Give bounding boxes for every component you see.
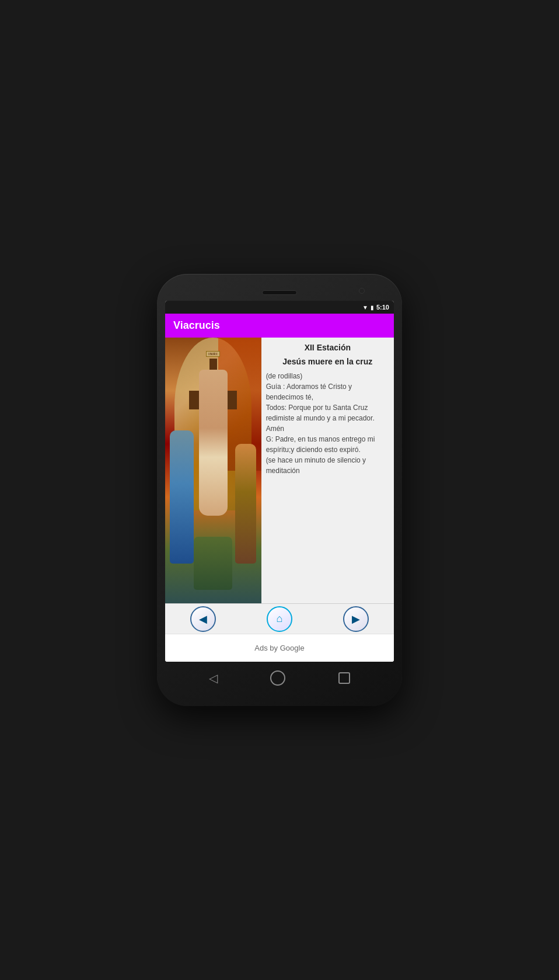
home-icon: ⌂ (277, 613, 283, 625)
phone-bottom-bar: ◁ (165, 662, 394, 694)
phone-back-button[interactable]: ◁ (209, 671, 218, 685)
station-number: XII Estación (266, 342, 389, 354)
app-title: Viacrucis (173, 319, 220, 332)
figure-bottom (194, 537, 232, 590)
forward-button[interactable]: ▶ (343, 606, 369, 632)
speaker-grill (262, 290, 297, 295)
text-panel: XII Estación Jesús muere en la cruz (de … (261, 338, 394, 603)
inri-sign: INRI (206, 351, 220, 357)
crucifixion-image: INRI (165, 338, 261, 603)
jesus-figure (199, 370, 228, 516)
status-time: 5:10 (376, 304, 389, 311)
battery-icon: ▮ (371, 304, 374, 311)
home-button[interactable]: ⌂ (267, 606, 292, 632)
phone-screen: ▼ ▮ 5:10 Viacrucis INRI (165, 301, 394, 662)
phone-home-button[interactable] (270, 670, 285, 686)
ads-bar: Ads by Google (165, 634, 394, 662)
image-panel: INRI (165, 338, 261, 603)
main-content: INRI XII Estación (165, 338, 394, 603)
ads-label: Ads by Google (254, 644, 304, 652)
navigation-bar: ◀ ⌂ ▶ (165, 603, 394, 634)
content-area: INRI XII Estación (165, 338, 394, 662)
back-icon: ◀ (199, 613, 207, 625)
front-camera (359, 288, 365, 294)
phone-top-bar (165, 284, 394, 301)
wifi-icon: ▼ (362, 304, 368, 311)
station-title: Jesús muere en la cruz (266, 356, 389, 368)
phone-recents-button[interactable] (338, 672, 350, 684)
status-bar: ▼ ▮ 5:10 (165, 301, 394, 314)
forward-icon: ▶ (352, 613, 360, 625)
app-header: Viacrucis (165, 314, 394, 338)
figure-left (170, 430, 194, 564)
phone-device: ▼ ▮ 5:10 Viacrucis INRI (157, 274, 402, 706)
figure-right (235, 444, 256, 564)
back-button[interactable]: ◀ (190, 606, 216, 632)
content-body: (de rodillas) Guía : Adoramos té Cristo … (266, 371, 389, 476)
